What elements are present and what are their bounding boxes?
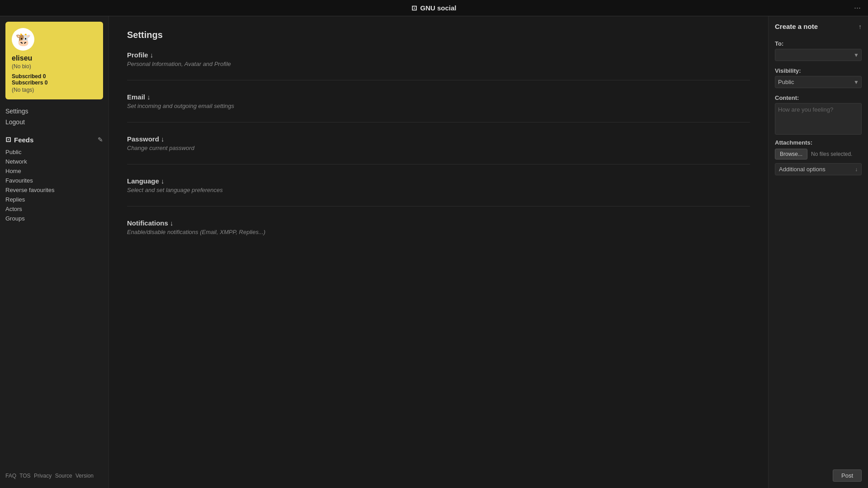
section-heading[interactable]: Password ↓ bbox=[127, 135, 750, 143]
feeds-title: ⊡ Feeds bbox=[5, 136, 33, 144]
section-heading[interactable]: Email ↓ bbox=[127, 93, 750, 101]
topbar: ⊡ GNU social ··· bbox=[0, 0, 868, 16]
footer-link[interactable]: FAQ bbox=[5, 473, 16, 479]
app-title: ⊡ GNU social bbox=[411, 4, 456, 12]
post-button[interactable]: Post bbox=[833, 469, 862, 482]
additional-options-row[interactable]: Additional options ↓ bbox=[775, 163, 862, 175]
sidebar-feed-item[interactable]: Reverse favourites bbox=[5, 185, 103, 195]
profile-tags: (No tags) bbox=[12, 87, 97, 93]
settings-section: Language ↓Select and set language prefer… bbox=[127, 177, 750, 206]
attachments-label: Attachments: bbox=[775, 139, 862, 146]
browse-row: Browse... No files selected. bbox=[775, 149, 862, 160]
main-layout: 🐮 eliseu (No bio) Subscribed 0 Subscribe… bbox=[0, 16, 868, 488]
page-title: Settings bbox=[127, 30, 750, 40]
additional-options-label: Additional options bbox=[779, 166, 826, 173]
footer-link[interactable]: Source bbox=[55, 473, 72, 479]
additional-options-arrow-icon: ↓ bbox=[855, 166, 858, 173]
subscribed-count: Subscribed 0 bbox=[12, 73, 97, 80]
content-textarea[interactable] bbox=[775, 103, 862, 135]
main-content: Settings Profile ↓Personal Information, … bbox=[108, 16, 769, 488]
to-label: To: bbox=[775, 40, 862, 47]
footer-links: FAQ TOS Privacy Source Version bbox=[5, 473, 95, 479]
feeds-header: ⊡ Feeds ✎ bbox=[5, 136, 103, 144]
footer-link[interactable]: Privacy bbox=[34, 473, 52, 479]
profile-stats: Subscribed 0 Subscribers 0 bbox=[12, 73, 97, 86]
sidebar-feed-item[interactable]: Public bbox=[5, 147, 103, 157]
section-description: Set incoming and outgoing email settings bbox=[127, 103, 750, 109]
visibility-select[interactable]: PublicFollowers onlyDirect bbox=[775, 76, 862, 88]
no-files-text: No files selected. bbox=[811, 151, 852, 157]
profile-username: eliseu bbox=[12, 54, 97, 62]
settings-section: Notifications ↓Enable/disable notificati… bbox=[127, 219, 750, 248]
feeds-logo-icon: ⊡ bbox=[5, 136, 11, 144]
profile-bio: (No bio) bbox=[12, 63, 97, 70]
settings-sections: Profile ↓Personal Information, Avatar an… bbox=[127, 51, 750, 248]
visibility-label: Visibility: bbox=[775, 67, 862, 74]
profile-card: 🐮 eliseu (No bio) Subscribed 0 Subscribe… bbox=[5, 22, 103, 99]
avatar-icon: 🐮 bbox=[15, 32, 31, 47]
browse-button[interactable]: Browse... bbox=[775, 149, 807, 160]
section-heading[interactable]: Language ↓ bbox=[127, 177, 750, 185]
right-panel: Create a note ↑ To: ▼ Visibility: Public… bbox=[769, 16, 868, 488]
settings-link[interactable]: Settings bbox=[5, 107, 103, 116]
subscribers-count: Subscribers 0 bbox=[12, 80, 97, 86]
section-heading[interactable]: Profile ↓ bbox=[127, 51, 750, 59]
sidebar-feed-item[interactable]: Home bbox=[5, 166, 103, 176]
sidebar-feed-item[interactable]: Actors bbox=[5, 204, 103, 214]
feeds-title-text: Feeds bbox=[14, 136, 33, 144]
avatar: 🐮 bbox=[12, 28, 34, 51]
feeds-edit-icon[interactable]: ✎ bbox=[98, 136, 103, 143]
app-logo-icon: ⊡ bbox=[411, 4, 417, 12]
sidebar-feed-item[interactable]: Groups bbox=[5, 214, 103, 223]
logout-link[interactable]: Logout bbox=[5, 117, 103, 127]
section-description: Change current password bbox=[127, 145, 750, 151]
sidebar: 🐮 eliseu (No bio) Subscribed 0 Subscribe… bbox=[0, 16, 108, 488]
footer-link[interactable]: TOS bbox=[19, 473, 30, 479]
section-description: Personal Information, Avatar and Profile bbox=[127, 61, 750, 67]
feeds-list: PublicNetworkHomeFavouritesReverse favou… bbox=[5, 147, 103, 223]
create-note-title: Create a note bbox=[775, 23, 818, 30]
collapse-icon[interactable]: ↑ bbox=[859, 23, 862, 30]
to-dropdown-arrow-icon: ▼ bbox=[854, 52, 859, 58]
content-label: Content: bbox=[775, 94, 862, 101]
create-note-header: Create a note ↑ bbox=[775, 23, 862, 30]
section-description: Enable/disable notifications (Email, XMP… bbox=[127, 229, 750, 235]
settings-section: Password ↓Change current password bbox=[127, 135, 750, 164]
section-heading[interactable]: Notifications ↓ bbox=[127, 219, 750, 227]
more-options-button[interactable]: ··· bbox=[854, 3, 861, 13]
sidebar-feed-item[interactable]: Favourites bbox=[5, 176, 103, 185]
sidebar-feed-item[interactable]: Network bbox=[5, 157, 103, 166]
section-description: Select and set language preferences bbox=[127, 187, 750, 193]
app-title-text: GNU social bbox=[420, 4, 456, 12]
to-input[interactable] bbox=[775, 49, 862, 61]
sidebar-feed-item[interactable]: Replies bbox=[5, 195, 103, 204]
settings-section: Email ↓Set incoming and outgoing email s… bbox=[127, 93, 750, 122]
settings-section: Profile ↓Personal Information, Avatar an… bbox=[127, 51, 750, 80]
post-btn-row: Post bbox=[775, 469, 862, 482]
footer-link[interactable]: Version bbox=[75, 473, 94, 479]
to-field-wrapper: ▼ bbox=[775, 49, 862, 61]
visibility-wrapper: PublicFollowers onlyDirect ▼ bbox=[775, 76, 862, 88]
